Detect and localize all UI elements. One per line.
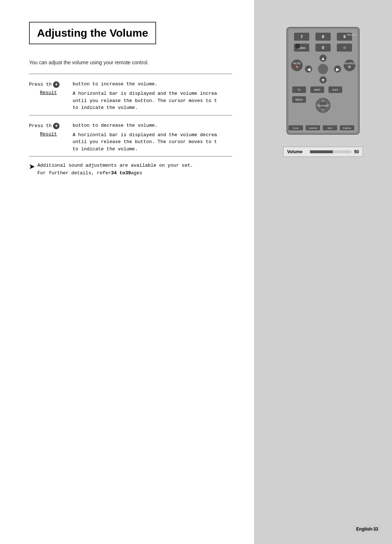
note-arrow-icon: ➤ [29, 163, 34, 171]
volume-up-icon [53, 81, 60, 88]
remote-container: 7 8 9 PRE-CH DNIe 0 ⊡ MUTE 🔇 ▲ SO [283, 25, 363, 143]
svg-text:MUTE: MUTE [293, 62, 301, 65]
svg-text:TV: TV [298, 89, 301, 91]
remote-svg: 7 8 9 PRE-CH DNIe 0 ⊡ MUTE 🔇 ▲ SO [283, 25, 363, 142]
press-prefix-1: Press th [29, 81, 73, 88]
svg-point-11 [295, 44, 300, 49]
svg-text:0: 0 [322, 45, 324, 50]
page-number: English-33 [353, 525, 381, 533]
press-text-1: button to increase the volume. [73, 81, 158, 87]
volume-bar-fill [310, 150, 333, 153]
svg-text:INFO: INFO [314, 89, 320, 91]
ref-end: 39 [125, 170, 131, 176]
svg-text:8: 8 [322, 34, 324, 39]
svg-text:▼: ▼ [321, 78, 325, 83]
result-text-2: A horizontal bar is displayed and the vo… [73, 131, 217, 153]
svg-text:◀: ◀ [307, 67, 311, 72]
svg-text:SRS: SRS [328, 127, 332, 129]
svg-text:MENU: MENU [295, 98, 303, 101]
title-box: Adjusting the Volume [29, 22, 156, 44]
svg-text:⊞: ⊞ [348, 65, 351, 69]
svg-point-26 [318, 64, 328, 74]
svg-text:⊡: ⊡ [343, 46, 346, 49]
note-text: Additional sound adjustments are availab… [37, 162, 193, 177]
top-divider [29, 74, 232, 74]
svg-text:SOURCE: SOURCE [344, 62, 355, 65]
svg-text:EXIT: EXIT [332, 89, 338, 91]
svg-text:🔇: 🔇 [295, 65, 299, 69]
press-line-1: Press th button to increase the volume. [29, 81, 232, 88]
result-text-1: A horizontal bar is displayed and the vo… [73, 90, 217, 111]
ref-start: 34 [111, 170, 117, 176]
intro-text: You can adjust the volume using your rem… [29, 59, 232, 66]
result-line-1: Result A horizontal bar is displayed and… [40, 90, 232, 111]
result-label-1: Result [40, 90, 69, 96]
svg-text:PRE-CH: PRE-CH [347, 34, 355, 36]
instruction-block-2: Press th button to decrease the volume. … [29, 119, 232, 157]
page-title: Adjusting the Volume [37, 27, 148, 39]
svg-text:9: 9 [343, 34, 346, 39]
volume-down-icon [53, 123, 60, 129]
svg-text:▶: ▶ [336, 67, 340, 72]
volume-value: 50 [354, 149, 359, 154]
volume-display-label: Volume [287, 149, 307, 154]
svg-text:ENTER: ENTER [319, 105, 327, 107]
svg-text:DUAL: DUAL [293, 127, 299, 129]
press-line-2: Press th button to decrease the volume. [29, 123, 232, 129]
instruction-block-1: Press th button to increase the volume. … [29, 78, 232, 115]
ref-to: to [119, 170, 125, 176]
volume-display: Volume 50 [283, 147, 363, 157]
result-label-2: Result [40, 131, 69, 137]
right-panel: 7 8 9 PRE-CH DNIe 0 ⊡ MUTE 🔇 ▲ SO [254, 0, 392, 544]
result-line-2: Result A horizontal bar is displayed and… [40, 131, 232, 153]
svg-text:S.MODE: S.MODE [309, 127, 317, 129]
svg-text:7: 7 [301, 34, 303, 39]
note-block: ➤ Additional sound adjustments are avail… [29, 162, 232, 177]
press-prefix-2: Press th [29, 123, 73, 129]
svg-text:▲: ▲ [321, 56, 325, 61]
main-content: Adjusting the Volume You can adjust the … [0, 0, 254, 544]
volume-bar [310, 150, 351, 153]
svg-text:P.MODE: P.MODE [343, 127, 351, 129]
press-text-2: button to decrease the volume. [73, 123, 158, 128]
